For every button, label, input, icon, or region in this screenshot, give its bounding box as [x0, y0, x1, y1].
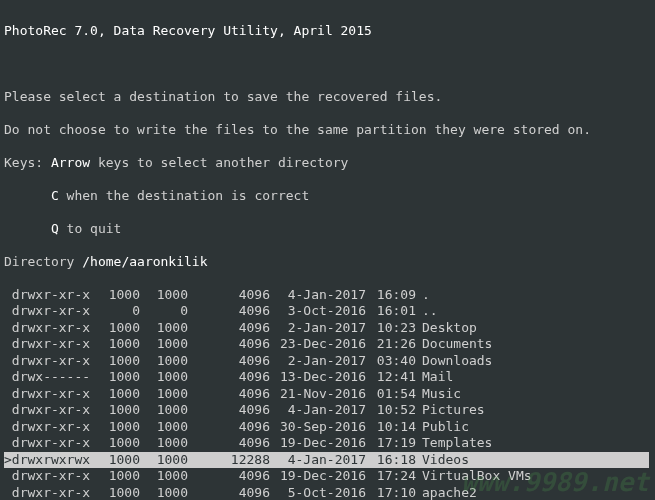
perm: drwxr-xr-x	[4, 353, 92, 370]
file-listing[interactable]: drwxr-xr-x1000100040964-Jan-201716:09. d…	[4, 287, 649, 501]
time: 12:41	[366, 369, 416, 386]
gid: 1000	[140, 402, 188, 419]
file-name: .	[416, 287, 430, 304]
file-name: Templates	[416, 435, 492, 452]
file-row[interactable]: drwxr-xr-x1000100040964-Jan-201716:09.	[4, 287, 649, 304]
time: 01:54	[366, 386, 416, 403]
file-name: Documents	[416, 336, 492, 353]
file-name: Pictures	[416, 402, 485, 419]
date: 5-Oct-2016	[270, 485, 366, 501]
date: 21-Nov-2016	[270, 386, 366, 403]
keys-line-c: C when the destination is correct	[4, 188, 649, 205]
gid: 1000	[140, 287, 188, 304]
perm: drwxr-xr-x	[4, 402, 92, 419]
keys-line-q: Q to quit	[4, 221, 649, 238]
app-title: PhotoRec 7.0, Data Recovery Utility, Apr…	[4, 23, 649, 40]
prompt-line-2: Do not choose to write the files to the …	[4, 122, 649, 139]
file-name: Public	[416, 419, 469, 436]
date: 4-Jan-2017	[270, 287, 366, 304]
perm: drwxr-xr-x	[4, 435, 92, 452]
date: 3-Oct-2016	[270, 303, 366, 320]
file-row[interactable]: drwxr-xr-x1000100040965-Oct-201617:10apa…	[4, 485, 649, 501]
file-name: Videos	[416, 452, 469, 469]
gid: 1000	[140, 336, 188, 353]
uid: 1000	[92, 419, 140, 436]
file-row[interactable]: drwxr-xr-x1000100040962-Jan-201703:40Dow…	[4, 353, 649, 370]
size: 4096	[188, 468, 270, 485]
uid: 1000	[92, 468, 140, 485]
file-row[interactable]: drwxr-xr-x10001000409619-Dec-201617:24Vi…	[4, 468, 649, 485]
file-row[interactable]: drwxr-xr-x1000100040962-Jan-201710:23Des…	[4, 320, 649, 337]
terminal-screen[interactable]: PhotoRec 7.0, Data Recovery Utility, Apr…	[0, 0, 655, 500]
file-name: Mail	[416, 369, 453, 386]
perm: drwxr-xr-x	[4, 336, 92, 353]
file-row[interactable]: drwx------10001000409613-Dec-201612:41Ma…	[4, 369, 649, 386]
time: 10:23	[366, 320, 416, 337]
size: 12288	[188, 452, 270, 469]
size: 4096	[188, 287, 270, 304]
date: 2-Jan-2017	[270, 320, 366, 337]
time: 17:10	[366, 485, 416, 501]
perm: >drwxrwxrwx	[4, 452, 92, 469]
file-row[interactable]: >drwxrwxrwx10001000122884-Jan-201716:18V…	[4, 452, 649, 469]
time: 16:18	[366, 452, 416, 469]
uid: 1000	[92, 485, 140, 501]
c-key-label: C	[51, 188, 59, 203]
gid: 1000	[140, 419, 188, 436]
date: 4-Jan-2017	[270, 452, 366, 469]
file-name: ..	[416, 303, 438, 320]
time: 10:14	[366, 419, 416, 436]
file-name: Music	[416, 386, 461, 403]
directory-path: /home/aaronkilik	[82, 254, 207, 269]
time: 17:24	[366, 468, 416, 485]
date: 30-Sep-2016	[270, 419, 366, 436]
time: 21:26	[366, 336, 416, 353]
size: 4096	[188, 402, 270, 419]
file-row[interactable]: drwxr-xr-x0040963-Oct-201616:01..	[4, 303, 649, 320]
file-row[interactable]: drwxr-xr-x10001000409630-Sep-201610:14Pu…	[4, 419, 649, 436]
q-key-label: Q	[51, 221, 59, 236]
gid: 1000	[140, 320, 188, 337]
file-row[interactable]: drwxr-xr-x10001000409621-Nov-201601:54Mu…	[4, 386, 649, 403]
date: 23-Dec-2016	[270, 336, 366, 353]
gid: 1000	[140, 468, 188, 485]
gid: 1000	[140, 353, 188, 370]
size: 4096	[188, 369, 270, 386]
gid: 1000	[140, 369, 188, 386]
perm: drwxr-xr-x	[4, 303, 92, 320]
uid: 1000	[92, 435, 140, 452]
perm: drwx------	[4, 369, 92, 386]
prompt-line-1: Please select a destination to save the …	[4, 89, 649, 106]
size: 4096	[188, 353, 270, 370]
keys-line-arrow: Keys: Arrow keys to select another direc…	[4, 155, 649, 172]
size: 4096	[188, 419, 270, 436]
size: 4096	[188, 303, 270, 320]
gid: 1000	[140, 452, 188, 469]
date: 19-Dec-2016	[270, 435, 366, 452]
date: 13-Dec-2016	[270, 369, 366, 386]
perm: drwxr-xr-x	[4, 485, 92, 501]
time: 17:19	[366, 435, 416, 452]
date: 2-Jan-2017	[270, 353, 366, 370]
perm: drwxr-xr-x	[4, 320, 92, 337]
time: 10:52	[366, 402, 416, 419]
time: 16:01	[366, 303, 416, 320]
file-name: VirtualBox VMs	[416, 468, 532, 485]
file-row[interactable]: drwxr-xr-x1000100040964-Jan-201710:52Pic…	[4, 402, 649, 419]
blank-line	[4, 56, 649, 73]
uid: 1000	[92, 452, 140, 469]
perm: drwxr-xr-x	[4, 419, 92, 436]
arrow-key-label: Arrow	[51, 155, 90, 170]
size: 4096	[188, 386, 270, 403]
size: 4096	[188, 435, 270, 452]
directory-line: Directory /home/aaronkilik	[4, 254, 649, 271]
uid: 1000	[92, 320, 140, 337]
file-row[interactable]: drwxr-xr-x10001000409619-Dec-201617:19Te…	[4, 435, 649, 452]
perm: drwxr-xr-x	[4, 386, 92, 403]
uid: 0	[92, 303, 140, 320]
file-row[interactable]: drwxr-xr-x10001000409623-Dec-201621:26Do…	[4, 336, 649, 353]
size: 4096	[188, 336, 270, 353]
perm: drwxr-xr-x	[4, 468, 92, 485]
time: 03:40	[366, 353, 416, 370]
date: 19-Dec-2016	[270, 468, 366, 485]
